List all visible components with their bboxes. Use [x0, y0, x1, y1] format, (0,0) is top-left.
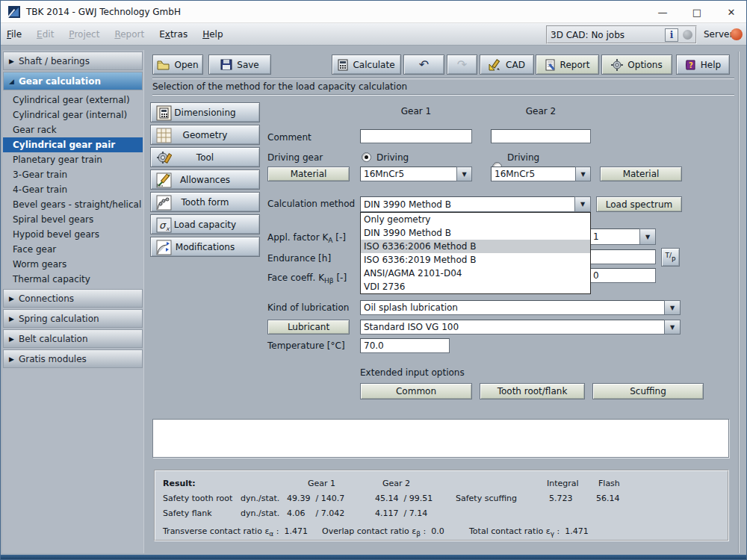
maximize-button[interactable]: □	[681, 1, 713, 23]
result-row-name: Safety flank	[163, 508, 212, 518]
scuffing-button[interactable]: Scuffing	[592, 383, 704, 399]
material-gear2-button[interactable]: Material	[600, 167, 682, 181]
undo-icon: ↶	[419, 57, 429, 72]
sidebar-item-face-gear[interactable]: Face gear	[3, 242, 143, 257]
load-capacity-button[interactable]: σx Load capacity	[150, 214, 260, 234]
sidebar-item-spiral-bevel-gears[interactable]: Spiral bevel gears	[3, 212, 143, 227]
common-button[interactable]: Common	[360, 383, 472, 399]
sidebar-item-cylindrical-gear-pair[interactable]: Cylindrical gear pair	[3, 137, 143, 152]
content-right-edge	[738, 52, 740, 553]
dropdown-option[interactable]: DIN 3990 Method B	[361, 226, 590, 240]
dimensioning-icon	[156, 105, 172, 121]
extended-options-label: Extended input options	[360, 367, 465, 378]
material-gear1-select[interactable]: 16MnCr5 ▼	[360, 167, 472, 181]
info-icon[interactable]: i	[665, 28, 678, 42]
lubricant-select[interactable]: Standard ISO VG 100 ▼	[360, 320, 681, 335]
dropdown-option[interactable]: ANSI/AGMA 2101-D04	[361, 267, 590, 280]
allowances-ruler-icon	[156, 172, 172, 188]
modifications-icon	[156, 240, 172, 255]
sidebar-section-spring-calculation[interactable]: ▶ Spring calculation	[3, 309, 143, 328]
dimensioning-button[interactable]: Dimensioning	[150, 102, 260, 122]
options-button[interactable]: Options	[601, 55, 672, 75]
torque-power-toggle-button[interactable]: T/P	[661, 248, 680, 267]
redo-button[interactable]: ↷	[447, 55, 477, 75]
sidebar-item-thermal-capacity[interactable]: Thermal capacity	[3, 272, 143, 287]
minimize-button[interactable]: —	[646, 1, 679, 23]
total-contact-ratio: Total contact ratio εγ : 1.471	[469, 526, 589, 538]
endurance-input[interactable]	[589, 249, 656, 264]
face-coefficient-input[interactable]	[589, 268, 656, 283]
cad-button[interactable]: CAD	[480, 55, 534, 75]
sidebar-item-gear-rack[interactable]: Gear rack	[3, 122, 143, 137]
menu-report: Report	[114, 29, 144, 40]
menu-file[interactable]: File	[7, 29, 22, 40]
sidebar-section-shaft-bearings[interactable]: ▶ Shaft / bearings	[3, 52, 143, 70]
chevron-down-icon[interactable]: ▼	[639, 228, 656, 245]
chevron-down-icon[interactable]: ▼	[664, 300, 681, 315]
menu-help[interactable]: Help	[202, 29, 223, 40]
sidebar-section-connections[interactable]: ▶ Connections	[3, 289, 143, 308]
sidebar-section-gratis-modules[interactable]: ▶ Gratis modules	[3, 349, 143, 368]
help-button[interactable]: ? Help	[676, 55, 730, 75]
close-button[interactable]: ✕	[715, 1, 747, 23]
sidebar-item-worm-gears[interactable]: Worm gears	[3, 257, 143, 272]
menu-extras[interactable]: Extras	[159, 29, 187, 40]
allowances-button[interactable]: Allowances	[150, 169, 260, 190]
geometry-button[interactable]: Geometry	[150, 125, 260, 145]
application-factor-select[interactable]: 1 ▼	[589, 228, 656, 245]
comment-gear2-input[interactable]	[491, 129, 591, 143]
chevron-down-icon[interactable]: ▼	[575, 167, 591, 181]
open-button[interactable]: Open	[152, 55, 203, 75]
driving-gear-label: Driving gear	[267, 152, 323, 163]
dropdown-option[interactable]: Only geometry	[361, 213, 590, 226]
tooth-root-flank-button[interactable]: Tooth root/flank	[480, 383, 585, 399]
chevron-down-icon[interactable]: ▼	[664, 320, 681, 335]
temperature-input[interactable]	[360, 338, 450, 353]
driving-gear2-label: Driving	[507, 152, 539, 163]
material-gear2-select[interactable]: 16MnCr5 ▼	[491, 167, 591, 181]
driving-gear1-radio[interactable]	[362, 152, 371, 162]
sidebar-section-belt-calculation[interactable]: ▶ Belt calculation	[3, 329, 143, 348]
sidebar-item-cylindrical-gear-internal[interactable]: Cylindrical gear (internal)	[3, 108, 143, 122]
cad-status-text: 3D CAD: No jobs	[551, 30, 660, 40]
lubrication-select[interactable]: Oil splash lubrication ▼	[360, 300, 681, 315]
save-floppy-icon	[220, 59, 232, 70]
menu-project: Project	[69, 29, 99, 40]
chevron-right-icon: ▶	[9, 57, 14, 65]
material-gear1-button[interactable]: Material	[267, 167, 350, 181]
undo-button[interactable]: ↶	[403, 55, 444, 75]
result-row-gear1-value: 49.39 / 140.7	[287, 494, 344, 503]
chevron-down-icon[interactable]: ▼	[574, 196, 591, 212]
header-divider-top	[152, 78, 734, 79]
result-title: Result:	[163, 479, 196, 488]
dropdown-option-highlighted[interactable]: ISO 6336:2006 Method B	[361, 240, 590, 253]
save-button[interactable]: Save	[208, 55, 271, 75]
sidebar-item-cylindrical-gear-external[interactable]: Cylindrical gear (external)	[3, 93, 143, 108]
result-row-gear2-value: 4.117 / 7.14	[375, 508, 427, 518]
sidebar-item-bevel-gears[interactable]: Bevel gears - straight/helical	[3, 197, 143, 212]
chevron-down-icon[interactable]: ▼	[456, 167, 472, 181]
tooth-form-button[interactable]: Tooth form	[150, 192, 260, 212]
result-scuffing-flash: 56.14	[596, 494, 620, 503]
dropdown-option[interactable]: ISO 6336:2019 Method B	[361, 253, 590, 267]
menu-edit: Edit	[37, 29, 54, 40]
server-status-led	[731, 28, 743, 40]
comment-gear1-input[interactable]	[360, 129, 472, 143]
dropdown-option[interactable]: VDI 2736	[361, 280, 590, 293]
calculation-method-select[interactable]: DIN 3990 Method B ▼	[360, 196, 591, 212]
tool-button[interactable]: Tool	[150, 147, 260, 167]
tooth-form-icon	[156, 195, 172, 211]
sidebar-item-planetary-gear-train[interactable]: Planetary gear train	[3, 152, 143, 167]
sidebar-section-gear-calculation[interactable]: ◢ Gear calculation	[3, 72, 143, 90]
modifications-button[interactable]: Modifications	[150, 237, 260, 257]
report-button[interactable]: Report	[536, 55, 599, 75]
chevron-right-icon: ▶	[9, 295, 14, 302]
result-panel: Result: Gear 1 Gear 2 Integral Flash Saf…	[154, 470, 729, 541]
app-logo-icon	[8, 6, 20, 18]
sidebar-item-hypoid-bevel-gears[interactable]: Hypoid bevel gears	[3, 227, 143, 242]
load-spectrum-button[interactable]: Load spectrum	[596, 196, 682, 212]
calculate-button[interactable]: Calculate	[332, 55, 401, 75]
lubricant-button[interactable]: Lubricant	[267, 320, 350, 335]
sidebar-item-4-gear-train[interactable]: 4-Gear train	[3, 182, 143, 197]
sidebar-item-3-gear-train[interactable]: 3-Gear train	[3, 167, 143, 182]
